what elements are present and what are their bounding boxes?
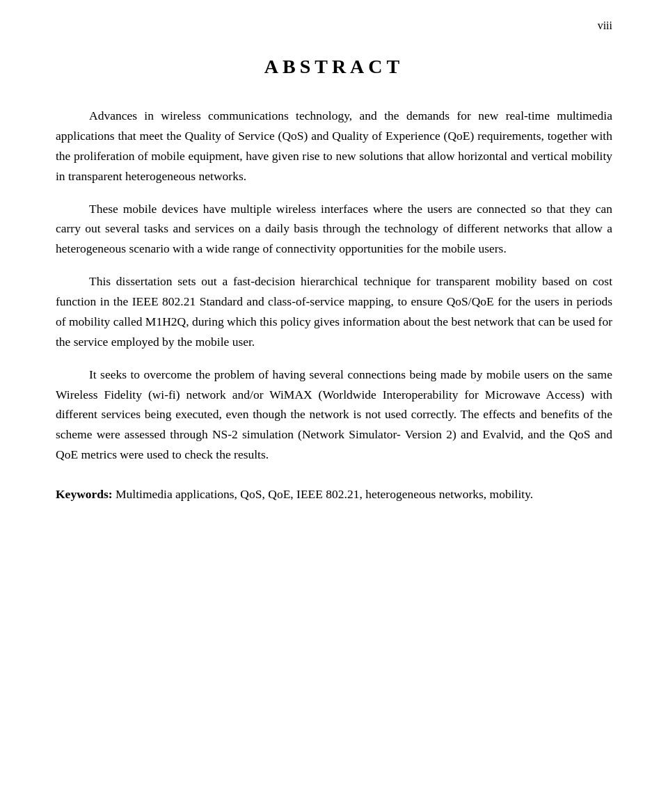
page-number: viii xyxy=(598,19,612,32)
keywords-section: Keywords: Multimedia applications, QoS, … xyxy=(56,484,612,504)
abstract-body: Advances in wireless communications tech… xyxy=(56,106,612,465)
paragraph-2: These mobile devices have multiple wirel… xyxy=(56,199,612,260)
paragraph-1: Advances in wireless communications tech… xyxy=(56,106,612,186)
title-text: Abstract xyxy=(264,56,404,77)
page: viii Abstract Advances in wireless commu… xyxy=(0,0,668,812)
page-title: Abstract xyxy=(56,56,612,78)
keywords-label: Keywords: xyxy=(56,487,113,501)
paragraph-3: This dissertation sets out a fast-decisi… xyxy=(56,271,612,352)
paragraph-4: It seeks to overcome the problem of havi… xyxy=(56,365,612,465)
keywords-text: Multimedia applications, QoS, QoE, IEEE … xyxy=(113,487,533,501)
